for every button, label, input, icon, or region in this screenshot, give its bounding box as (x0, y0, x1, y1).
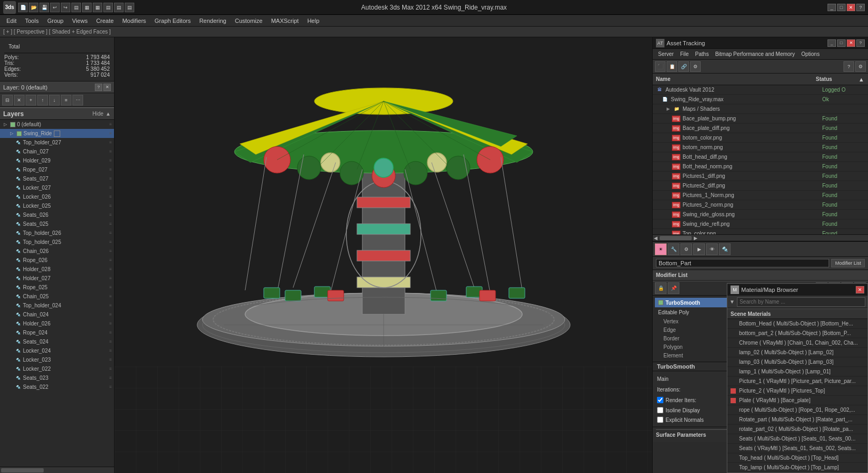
asset-tool-1[interactable]: 📋 (667, 61, 677, 72)
layer-tool-2[interactable]: + (26, 95, 36, 105)
layer-window-help[interactable]: ? (95, 84, 102, 91)
mod-icon-light[interactable]: ☀ (655, 243, 667, 255)
menu-create[interactable]: Create (92, 15, 118, 27)
menu-tools[interactable]: Tools (21, 15, 43, 27)
asset-menu-bitmap[interactable]: Bitmap Performance and Memory (712, 49, 798, 60)
asset-menu-file[interactable]: File (677, 49, 692, 60)
mat-item-13[interactable]: Seats ( VRayMtl ) [Seats_01, Seats_002, … (727, 444, 867, 453)
mat-item-3[interactable]: lamp_02 ( Multi/Sub-Object ) [Lamp_02] (727, 348, 867, 357)
asset-hscrollbar[interactable]: ◀ ▶ (653, 234, 868, 241)
layer-tool-6[interactable]: ⋯ (72, 95, 83, 105)
menu-edit[interactable]: Edit (2, 15, 21, 27)
menu-maxscript[interactable]: MAXScript (267, 15, 303, 27)
mod-icon-utils[interactable]: 🔩 (719, 243, 731, 255)
turbosmooth-check[interactable] (658, 300, 663, 305)
layer-item-17[interactable]: 🔩Holder_027≡ (0, 274, 114, 283)
asset-close[interactable]: ✕ (847, 39, 855, 47)
asset-menu-options[interactable]: Options (798, 49, 823, 60)
scroll-left-btn[interactable]: ◀ (654, 235, 658, 241)
asset-row-vault[interactable]: 🏛 Autodesk Vault 2012 Logged O (653, 85, 868, 95)
minimize-btn[interactable]: _ (828, 4, 836, 11)
new-icon[interactable]: 📄 (18, 3, 28, 12)
layer-item-27[interactable]: 🔩Locker_022≡ (0, 364, 114, 373)
search-dropdown-arrow[interactable]: ▼ (729, 299, 735, 305)
tbr3[interactable]: ▤ (103, 3, 113, 12)
layer-item-23[interactable]: 🔩Rope_024≡ (0, 328, 114, 337)
asset-tool-2[interactable]: 🔗 (678, 61, 689, 72)
scroll-right-btn[interactable]: ▶ (694, 235, 697, 241)
layer-item-16[interactable]: 🔩Holder_028≡ (0, 265, 114, 274)
asset-row-tex12[interactable]: img Top_color.png Found (653, 229, 868, 234)
layer-tool-1[interactable]: ✕ (14, 95, 25, 105)
layer-item-12[interactable]: 🔩Top_holder_026≡ (0, 229, 114, 238)
layer-item-19[interactable]: 🔩Chain_025≡ (0, 292, 114, 301)
viewport[interactable] (115, 37, 652, 473)
mat-item-10[interactable]: Rotate_part ( Multi/Sub-Object ) [Ratate… (727, 415, 867, 425)
asset-minimize[interactable]: _ (828, 39, 836, 47)
layer-tool-0[interactable]: ⊟ (2, 95, 13, 105)
layers-list[interactable]: ▷ 0 (default) ≡ ▷ Swing_Ride ≡ 🔩Top_hold… (0, 120, 114, 467)
mat-item-11[interactable]: rotate_part_02 ( Multi/Sub-Object ) [Rot… (727, 425, 867, 434)
mod-lock[interactable]: 🔒 (655, 282, 667, 294)
layer-item-13[interactable]: 🔩Top_holder_025≡ (0, 238, 114, 247)
layer-item-3[interactable]: 🔩Chain_027≡ (0, 147, 114, 156)
mat-item-6[interactable]: Picture_1 ( VRayMtl ) [Picture_part, Pic… (727, 377, 867, 386)
mod-icon-modify[interactable]: 🔧 (668, 243, 679, 255)
asset-row-tex9[interactable]: img Pictures_2_norm.png Found (653, 200, 868, 210)
save-icon[interactable]: 💾 (39, 3, 49, 12)
explicit-normals-check[interactable] (657, 417, 663, 423)
mat-item-15[interactable]: Top_lamp ( Multi/Sub-Object ) [Top_Lamp] (727, 463, 867, 472)
help-btn[interactable]: ? (856, 4, 865, 11)
layers-hscrollbar[interactable] (0, 467, 114, 473)
mod-object-name-input[interactable] (656, 259, 829, 267)
menu-rendering[interactable]: Rendering (195, 15, 231, 27)
layers-hscroll-thumb[interactable] (1, 468, 44, 472)
menu-group[interactable]: Group (43, 15, 68, 27)
menu-modifiers[interactable]: Modifiers (118, 15, 150, 27)
mat-item-8[interactable]: Plate ( VRayMtl ) [Bace_plate] (727, 396, 867, 405)
asset-row-tex10[interactable]: img Swing_ride_gloss.png Found (653, 210, 868, 219)
mat-item-7[interactable]: Picture_2 ( VRayMtl ) [Pictures_Top] (727, 386, 867, 396)
render-iters-check[interactable] (657, 397, 663, 403)
asset-row-tex0[interactable]: img Bace_plate_bump.png Found (653, 114, 868, 124)
layer-item-8[interactable]: 🔩Locker_026≡ (0, 192, 114, 201)
asset-row-tex8[interactable]: img Pictures_1_Norm.png Found (653, 191, 868, 200)
mat-item-0[interactable]: Bottom_Head ( Multi/Sub-Object ) [Bottom… (727, 319, 867, 329)
material-search-input[interactable] (737, 297, 865, 307)
layer-item-2[interactable]: 🔩Top_holder_027≡ (0, 138, 114, 147)
undo-icon[interactable]: ↩ (50, 3, 60, 12)
redo-icon[interactable]: ↪ (61, 3, 70, 12)
tbr5[interactable]: ▤ (125, 3, 134, 12)
asset-row-tex3[interactable]: img botom_norm.png Found (653, 143, 868, 152)
menu-help[interactable]: Help (303, 15, 324, 27)
explicit-normals-label[interactable]: Explicit Normals (657, 417, 704, 423)
mat-item-12[interactable]: Seats ( Multi/Sub-Object ) [Seats_01, Se… (727, 434, 867, 444)
asset-row-tex4[interactable]: img Bott_head_diff.png Found (653, 152, 868, 162)
asset-row-tex1[interactable]: img Bace_plate_diff.png Found (653, 124, 868, 133)
asset-row-tex5[interactable]: img Bott_head_norm.png Found (653, 162, 868, 172)
layer-item-10[interactable]: 🔩Seats_026≡ (0, 210, 114, 219)
layer-item-7[interactable]: 🔩Locker_027≡ (0, 183, 114, 192)
isoline-label[interactable]: Isoline Display (657, 407, 700, 413)
layer-item-18[interactable]: 🔩Rope_025≡ (0, 283, 114, 292)
layer-item-14[interactable]: 🔩Chain_026≡ (0, 247, 114, 256)
open-icon[interactable]: 📂 (29, 3, 38, 12)
layer-item-9[interactable]: 🔩Locker_025≡ (0, 201, 114, 210)
mod-icon-hier[interactable]: ⚙ (680, 243, 692, 255)
mat-item-14[interactable]: Top_head ( Multi/Sub-Object ) [Top_Head] (727, 453, 867, 463)
mod-list-dropdown[interactable]: Modifier List (831, 259, 865, 267)
close-btn[interactable]: ✕ (847, 4, 855, 11)
mat-item-9[interactable]: rope ( Multi/Sub-Object ) [Rope_01, Rope… (727, 405, 867, 415)
layer-item-21[interactable]: 🔩Chain_024≡ (0, 310, 114, 319)
open2-icon[interactable]: ▤ (71, 3, 81, 12)
layer-item-29[interactable]: 🔩Seats_022≡ (0, 382, 114, 392)
layer-tool-3[interactable]: ↑ (37, 95, 48, 105)
asset-row-tex6[interactable]: img Pictures1_diff.png Found (653, 172, 868, 181)
isoline-check[interactable] (657, 407, 663, 413)
tbr1[interactable]: ▦ (82, 3, 92, 12)
asset-list[interactable]: 🏛 Autodesk Vault 2012 Logged O 📄 Swing_R… (653, 85, 868, 234)
asset-menu-server[interactable]: Server (655, 49, 677, 60)
layer-item-5[interactable]: 🔩Rope_027≡ (0, 165, 114, 174)
mod-pin[interactable]: 📌 (668, 282, 679, 294)
layer-item-26[interactable]: 🔩Locker_023≡ (0, 355, 114, 364)
